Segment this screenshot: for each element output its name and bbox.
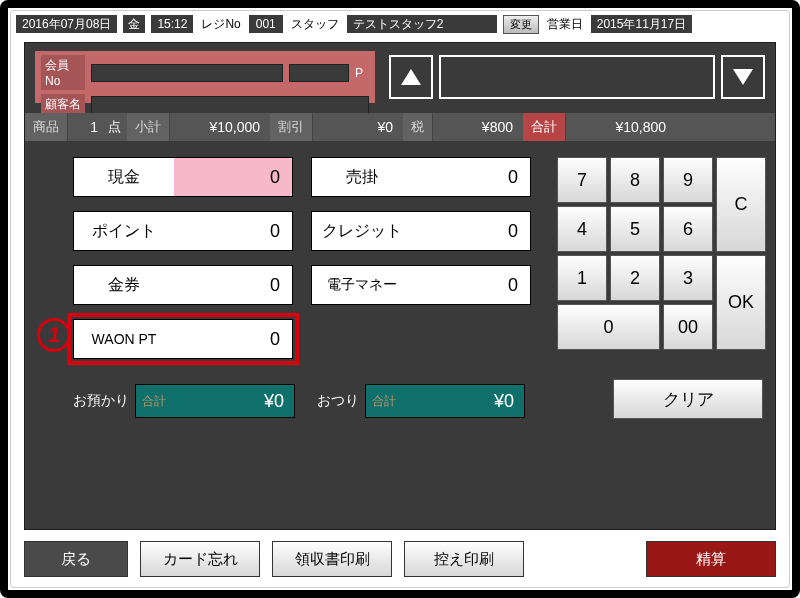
member-sub-input[interactable] <box>289 64 349 82</box>
tax-value: ¥800 <box>433 113 523 141</box>
payment-point: ポイント 0 <box>73 211 293 251</box>
business-day-label: 営業日 <box>545 16 585 33</box>
receipt-print-button[interactable]: 領収書印刷 <box>272 541 392 577</box>
item-list-area[interactable] <box>439 55 715 99</box>
payment-voucher: 金券 0 <box>73 265 293 305</box>
change-box: おつり 合計¥0 <box>317 384 525 418</box>
item-unit: 点 <box>108 118 127 136</box>
staff-name: テストスタッフ2 <box>347 15 497 33</box>
payment-point-button[interactable]: ポイント <box>74 212 174 250</box>
total-value: ¥10,800 <box>566 113 676 141</box>
current-time: 15:12 <box>151 15 193 33</box>
callout-marker-1: 1 <box>37 318 71 352</box>
payment-voucher-button[interactable]: 金券 <box>74 266 174 304</box>
tax-label: 税 <box>403 113 433 141</box>
keypad-5[interactable]: 5 <box>610 206 660 252</box>
staff-label: スタッフ <box>289 16 341 33</box>
card-forgot-button[interactable]: カード忘れ <box>140 541 260 577</box>
payment-credit-button[interactable]: クレジット <box>312 212 412 250</box>
payment-cash-button[interactable]: 現金 <box>74 158 174 196</box>
member-point-label: P <box>355 66 369 80</box>
top-status-bar: 2016年07月08日 金 15:12 レジNo 001 スタッフ テストスタッ… <box>14 14 786 34</box>
numeric-keypad: 7 8 9 C 4 5 6 1 2 3 OK 0 00 <box>557 157 763 350</box>
change-staff-button[interactable]: 変更 <box>503 15 539 34</box>
bottom-bar: 戻る カード忘れ 領収書印刷 控え印刷 精算 <box>24 540 776 578</box>
change-tag: 合計 <box>366 393 402 410</box>
totals-bar: 商品 1 点 小計 ¥10,000 割引 ¥0 税 ¥800 合計 ¥10,80… <box>25 113 775 141</box>
change-row: お預かり 合計¥0 おつり 合計¥0 <box>73 383 525 419</box>
deposit-tag: 合計 <box>136 393 172 410</box>
item-label: 商品 <box>25 113 68 141</box>
keypad-2[interactable]: 2 <box>610 255 660 301</box>
keypad-3[interactable]: 3 <box>663 255 713 301</box>
register-no: 001 <box>249 15 283 33</box>
payment-uri-value[interactable]: 0 <box>412 158 530 196</box>
payment-point-value[interactable]: 0 <box>174 212 292 250</box>
payment-voucher-value[interactable]: 0 <box>174 266 292 304</box>
deposit-label: お預かり <box>73 392 129 410</box>
keypad-0[interactable]: 0 <box>557 304 660 350</box>
change-label: おつり <box>317 392 359 410</box>
payment-uri: 売掛 0 <box>311 157 531 197</box>
payment-waon-button[interactable]: WAON PT <box>74 320 174 358</box>
member-box: 会員No P 顧客名 <box>35 51 375 103</box>
business-day: 2015年11月17日 <box>591 15 692 33</box>
payment-emoney-value[interactable]: 0 <box>412 266 530 304</box>
deposit-value: ¥0 <box>172 391 294 412</box>
deposit-box: お預かり 合計¥0 <box>73 384 295 418</box>
triangle-down-icon <box>733 69 753 85</box>
copy-print-button[interactable]: 控え印刷 <box>404 541 524 577</box>
keypad-1[interactable]: 1 <box>557 255 607 301</box>
register-no-label: レジNo <box>199 16 242 33</box>
item-qty: 1 <box>68 113 108 141</box>
main-panel: 会員No P 顧客名 商品 1 点 小計 ¥10,000 割引 ¥0 税 ¥80… <box>24 42 776 530</box>
member-name-input[interactable] <box>91 96 369 114</box>
payment-uri-button[interactable]: 売掛 <box>312 158 412 196</box>
payment-waon-value[interactable]: 0 <box>174 320 292 358</box>
day-of-week: 金 <box>123 15 145 33</box>
payment-credit-value[interactable]: 0 <box>412 212 530 250</box>
keypad-9[interactable]: 9 <box>663 157 713 203</box>
back-button[interactable]: 戻る <box>24 541 128 577</box>
keypad-clear[interactable]: C <box>716 157 766 252</box>
payment-waon: WAON PT 0 <box>73 319 293 359</box>
triangle-up-icon <box>401 69 421 85</box>
keypad-8[interactable]: 8 <box>610 157 660 203</box>
current-date: 2016年07月08日 <box>16 15 117 33</box>
discount-label: 割引 <box>270 113 313 141</box>
subtotal-label: 小計 <box>127 113 170 141</box>
change-value: ¥0 <box>402 391 524 412</box>
app-frame: 2016年07月08日 金 15:12 レジNo 001 スタッフ テストスタッ… <box>0 0 800 598</box>
keypad-4[interactable]: 4 <box>557 206 607 252</box>
payment-area: 現金 0 売掛 0 ポイント 0 クレジット 0 <box>73 157 543 373</box>
payment-emoney: 電子マネー 0 <box>311 265 531 305</box>
member-no-label: 会員No <box>41 55 85 90</box>
keypad-6[interactable]: 6 <box>663 206 713 252</box>
payment-emoney-button[interactable]: 電子マネー <box>312 266 412 304</box>
keypad-00[interactable]: 00 <box>663 304 713 350</box>
discount-value: ¥0 <box>313 113 403 141</box>
scroll-up-button[interactable] <box>389 55 433 99</box>
member-name-label: 顧客名 <box>41 94 85 115</box>
payment-cash-value[interactable]: 0 <box>174 158 292 196</box>
clear-button[interactable]: クリア <box>613 379 763 419</box>
keypad-7[interactable]: 7 <box>557 157 607 203</box>
subtotal-value: ¥10,000 <box>170 113 270 141</box>
payment-cash: 現金 0 <box>73 157 293 197</box>
keypad-ok[interactable]: OK <box>716 255 766 350</box>
payment-credit: クレジット 0 <box>311 211 531 251</box>
member-no-input[interactable] <box>91 64 283 82</box>
scroll-down-button[interactable] <box>721 55 765 99</box>
total-label: 合計 <box>523 113 566 141</box>
settle-button[interactable]: 精算 <box>646 541 776 577</box>
